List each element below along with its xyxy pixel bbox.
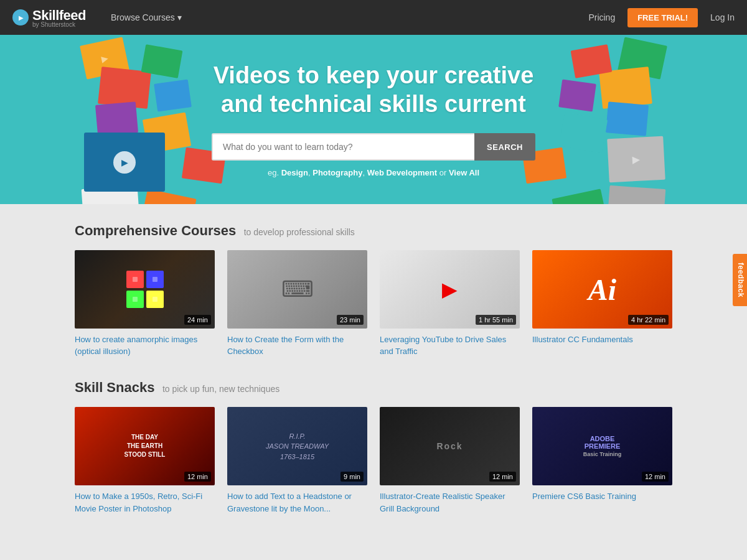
course-card-1[interactable]: 24 min How to create anamorphic images (… [75,250,215,357]
duration-badge-3: 1 hr 55 min [476,315,516,325]
snacks-course-grid: THE DAYTHE EARTHSTOOD STILL 12 min How t… [75,407,672,514]
course-thumbnail-5: THE DAYTHE EARTHSTOOD STILL 12 min [75,407,215,485]
course-title-6[interactable]: How to add Text to a Headstone or Graves… [227,492,352,513]
hero-section: ▶ ▶ ▶ Videos to keep your creative and t… [0,35,747,204]
course-card-4[interactable]: Ai 4 hr 22 min Illustrator CC Fundamenta… [532,250,672,357]
duration-badge-4: 4 hr 22 min [628,315,669,325]
svg-rect-6 [133,297,138,302]
free-trial-button[interactable]: FREE TRIAL! [627,8,698,27]
hero-link-webdev[interactable]: Web Development [367,168,437,177]
course-thumbnail-3: ▶ 1 hr 55 min [380,250,520,329]
snacks-subtitle: to pick up fun, new techniques [162,384,280,394]
course-title-3[interactable]: Leveraging YouTube to Drive Sales and Tr… [380,335,506,356]
course-card-2[interactable]: ⌨ 23 min How to Create the Form with the… [227,250,367,357]
course-thumbnail-6: R.I.P.JASON TREADWAY1763–1815 9 min [227,407,367,485]
hero-content: Videos to keep your creative and technic… [212,62,535,177]
nav-right: Pricing FREE TRIAL! Log In [588,8,735,27]
course-title-2[interactable]: How to Create the Form with the Checkbox [227,335,344,356]
pricing-link[interactable]: Pricing [588,12,615,22]
hero-link-design[interactable]: Design [281,168,308,177]
duration-badge-8: 12 min [642,472,669,482]
snacks-section-header: Skill Snacks to pick up fun, new techniq… [75,380,672,396]
course-thumbnail-2: ⌨ 23 min [227,250,367,329]
comprehensive-subtitle: to develop professional skills [244,227,355,237]
hero-video-thumbnail[interactable]: ▶ [84,133,165,192]
main-content: Comprehensive Courses to develop profess… [62,204,685,560]
svg-rect-4 [133,277,138,282]
browse-courses-label: Browse Courses [111,12,175,22]
search-input[interactable] [212,133,474,161]
browse-courses-chevron: ▾ [177,12,182,22]
search-button[interactable]: SEARCH [474,133,535,161]
hero-example-links: eg. Design, Photography, Web Development… [212,168,535,177]
snacks-title: Skill Snacks [75,380,154,395]
brand-logo[interactable]: Skillfeed by Shutterstock [12,7,86,28]
comprehensive-title: Comprehensive Courses [75,223,236,238]
course-card-7[interactable]: Rock 12 min Illustrator-Create Realistic… [380,407,520,514]
duration-badge-7: 12 min [489,472,516,482]
navbar: Skillfeed by Shutterstock Browse Courses… [0,0,747,35]
hero-search-form: SEARCH [212,133,535,161]
brand-name: Skillfeed [32,7,86,23]
svg-rect-5 [153,277,157,282]
course-card-5[interactable]: THE DAYTHE EARTHSTOOD STILL 12 min How t… [75,407,215,514]
course-title-7[interactable]: Illustrator-Create Realistic Speaker Gri… [380,492,505,513]
login-link[interactable]: Log In [710,12,735,22]
duration-badge-5: 12 min [184,472,211,482]
course-card-8[interactable]: ADOBEPREMIEREBasic Training 12 min Premi… [532,407,672,514]
course-card-3[interactable]: ▶ 1 hr 55 min Leveraging YouTube to Driv… [380,250,520,357]
hero-link-photography[interactable]: Photography [312,168,362,177]
brand-play-icon [12,9,29,26]
hero-title: Videos to keep your creative and technic… [212,62,535,118]
course-thumbnail-8: ADOBEPREMIEREBasic Training 12 min [532,407,672,485]
course-title-1[interactable]: How to create anamorphic images (optical… [75,335,197,356]
hero-play-button[interactable]: ▶ [113,151,136,174]
course-card-6[interactable]: R.I.P.JASON TREADWAY1763–1815 9 min How … [227,407,367,514]
duration-badge-6: 9 min [341,472,364,482]
svg-rect-7 [153,297,157,302]
course-title-5[interactable]: How to Make a 1950s, Retro, Sci-Fi Movie… [75,492,202,513]
browse-courses-menu[interactable]: Browse Courses ▾ [111,12,182,22]
comprehensive-course-grid: 24 min How to create anamorphic images (… [75,250,672,357]
course-title-8[interactable]: Premiere CS6 Basic Training [532,492,636,501]
course-thumbnail-7: Rock 12 min [380,407,520,485]
course-thumbnail-4: Ai 4 hr 22 min [532,250,672,329]
course-thumbnail-1: 24 min [75,250,215,329]
duration-badge-1: 24 min [184,315,211,325]
comprehensive-section-header: Comprehensive Courses to develop profess… [75,223,672,239]
course-title-4[interactable]: Illustrator CC Fundamentals [532,335,633,344]
hero-link-viewall[interactable]: View All [449,168,479,177]
duration-badge-2: 23 min [337,315,364,325]
feedback-tab[interactable]: feedback [733,254,747,306]
